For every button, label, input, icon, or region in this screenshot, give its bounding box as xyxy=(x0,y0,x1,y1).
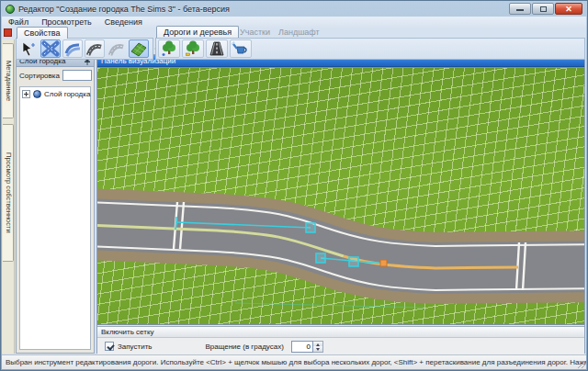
properties-toolbar xyxy=(17,39,153,59)
tree-paint-icon xyxy=(184,40,202,57)
tab-landscape[interactable]: Ландшафт xyxy=(271,26,327,38)
expand-icon[interactable] xyxy=(22,90,30,98)
tab-properties[interactable]: Свойства xyxy=(17,27,68,39)
vtab-metadata[interactable]: Метаданные xyxy=(3,43,14,118)
layer-icon xyxy=(33,90,41,98)
sort-input[interactable] xyxy=(62,70,92,81)
title-bar[interactable]: Редактор "Создание городка The Sims 3" -… xyxy=(1,1,587,17)
vtab-view-property[interactable]: Просмотр собственности xyxy=(3,124,14,262)
status-text: Выбран инструмент редактирования дороги.… xyxy=(6,358,586,366)
road-arc-disabled-icon xyxy=(107,40,126,57)
road-node-tick xyxy=(175,217,176,230)
road-arc-disabled-tool-button[interactable] xyxy=(107,39,127,58)
road-arc-icon xyxy=(85,40,104,57)
panel-dock-icon xyxy=(4,28,12,37)
roads-toolbar-pane xyxy=(155,38,585,60)
grid-highlight-line xyxy=(235,303,424,308)
maximize-button[interactable] xyxy=(532,3,554,15)
road-network-icon xyxy=(41,40,60,57)
close-button[interactable]: ✕ xyxy=(555,3,582,15)
layers-panel: Слои городка Сортировка Слой городка xyxy=(16,54,95,354)
selection-handle-3[interactable] xyxy=(349,257,358,266)
menu-file[interactable]: Файл xyxy=(2,17,35,27)
curved-road-tool-button[interactable] xyxy=(62,39,83,58)
watering-tool-icon xyxy=(232,40,250,57)
grid-panel-header: Включить сетку xyxy=(97,327,584,338)
sort-label: Сортировка xyxy=(19,72,60,80)
app-window: Редактор "Создание городка The Sims 3" -… xyxy=(0,0,588,371)
tree-add-tool-button[interactable] xyxy=(158,39,180,58)
left-dock-strip: Метаданные Просмотр собственности xyxy=(2,39,15,354)
properties-toolbar-pane xyxy=(16,38,153,60)
select-tool-button[interactable] xyxy=(18,39,39,58)
menu-info[interactable]: Сведения xyxy=(98,17,149,27)
minimize-button[interactable] xyxy=(509,3,531,15)
road-texture-tool-button[interactable] xyxy=(206,39,228,58)
tree-paint-tool-button[interactable] xyxy=(182,39,204,58)
grid-panel-title: Включить сетку xyxy=(101,328,154,336)
road-network-tool-button[interactable] xyxy=(40,39,61,58)
terrain-tile-tool-button[interactable] xyxy=(129,39,149,58)
road-render xyxy=(97,68,584,325)
road-texture-icon xyxy=(208,40,226,57)
window-title: Редактор "Создание городка The Sims 3" -… xyxy=(18,5,230,14)
layers-tree: Слой городка xyxy=(19,86,91,350)
watering-tool-button[interactable] xyxy=(230,39,252,58)
layer-label: Слой городка xyxy=(44,90,90,98)
run-label: Запустить xyxy=(118,343,153,351)
maximize-icon xyxy=(540,6,547,12)
layer-tree-item[interactable]: Слой городка xyxy=(22,90,88,98)
app-icon xyxy=(6,5,15,14)
curved-road-icon xyxy=(63,40,82,57)
status-bar: Выбран инструмент редактирования дороги.… xyxy=(2,354,586,369)
selection-handle-2[interactable] xyxy=(316,253,325,263)
run-checkbox[interactable] xyxy=(105,342,114,351)
spin-down-button[interactable] xyxy=(313,346,322,352)
tree-add-icon xyxy=(160,40,178,57)
selection-handle-1[interactable] xyxy=(306,223,315,232)
grid-options-panel: Включить сетку Запустить Вращение (в гра… xyxy=(97,326,584,354)
road-arc-tool-button[interactable] xyxy=(85,39,105,58)
terrain-tile-icon xyxy=(130,40,148,57)
menu-view[interactable]: Просмотреть xyxy=(35,17,98,27)
minimize-icon xyxy=(516,9,524,11)
select-tool-icon xyxy=(19,40,38,57)
roads-toolbar xyxy=(156,39,584,59)
tab-roads-trees[interactable]: Дороги и деревья xyxy=(156,26,239,38)
viewport-canvas[interactable] xyxy=(97,67,584,325)
selection-handle-orange[interactable] xyxy=(380,260,387,266)
rotation-label: Вращение (в градусах) xyxy=(206,343,284,351)
visualization-panel: Панель визуализации xyxy=(96,54,585,354)
rotation-input[interactable] xyxy=(291,341,313,353)
close-icon: ✕ xyxy=(556,4,582,14)
